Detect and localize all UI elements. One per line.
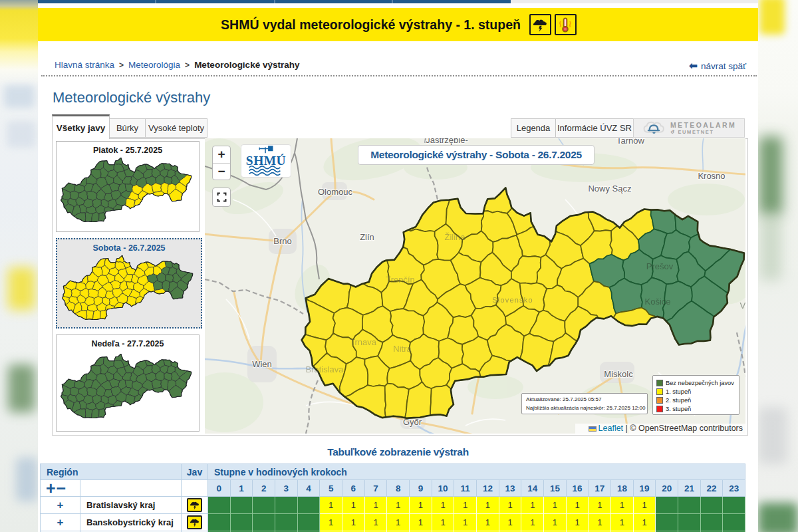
svg-text:Bratislava: Bratislava [305, 364, 344, 374]
svg-text:Košice: Košice [644, 297, 670, 307]
svg-text:Brno: Brno [273, 236, 291, 246]
svg-text:Nitra: Nitra [393, 344, 412, 354]
svg-text:Žilina: Žilina [444, 232, 466, 242]
svg-text:Jastrzębie-: Jastrzębie- [426, 138, 468, 145]
svg-text:Krosno: Krosno [698, 171, 725, 181]
svg-text:Miskolc: Miskolc [604, 369, 633, 379]
svg-text:Zlín: Zlín [360, 232, 374, 242]
svg-text:Tarnów: Tarnów [616, 138, 645, 146]
svg-text:Wien: Wien [252, 359, 272, 369]
svg-text:Trenčín: Trenčín [386, 275, 415, 285]
svg-text:Prešov: Prešov [646, 261, 674, 271]
svg-text:Olomouc: Olomouc [318, 187, 353, 197]
svg-text:Trnava: Trnava [350, 337, 377, 347]
svg-text:Nowy Sącz: Nowy Sącz [588, 184, 631, 194]
svg-text:Vran: Vran [740, 301, 745, 311]
svg-text:Slovensko: Slovensko [492, 296, 533, 304]
svg-text:SHMÚ: SHMÚ [246, 154, 286, 168]
